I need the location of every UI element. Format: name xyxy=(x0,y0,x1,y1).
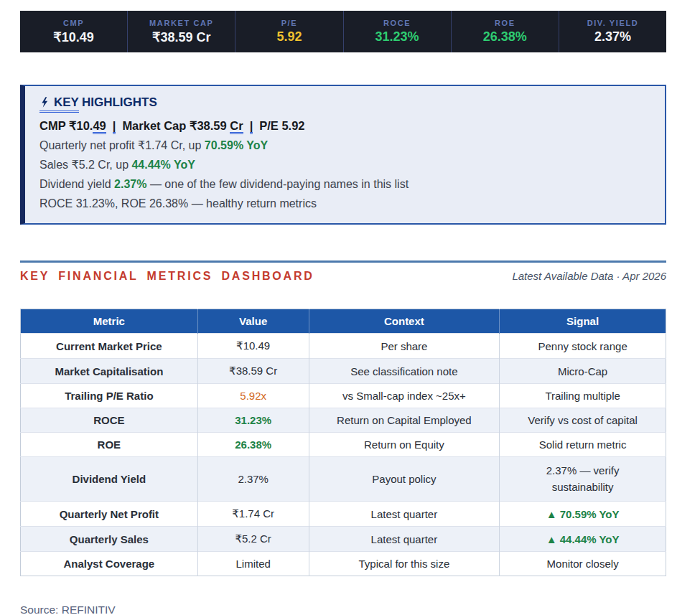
table-row: ROCE 31.23% Return on Capital Employed V… xyxy=(21,408,666,433)
cell-metric: Market Capitalisation xyxy=(21,359,198,384)
table-row: ROE 26.38% Return on Equity Solid return… xyxy=(21,433,666,457)
metric-label: CMP xyxy=(63,19,84,27)
top-metric-market-cap: MARKET CAP ₹38.59 Cr xyxy=(127,11,235,52)
cell-metric: Dividend Yield xyxy=(21,457,198,502)
section-meta: Latest Available Data · Apr 2026 xyxy=(512,270,666,282)
metric-label: ROE xyxy=(495,19,515,27)
cell-context: Return on Equity xyxy=(309,433,500,457)
report-page: CMP ₹10.49 MARKET CAP ₹38.59 Cr P/E 5.92… xyxy=(20,11,666,615)
summary-text: Market Cap ₹38.59 xyxy=(122,119,230,132)
column-header-metric: Metric xyxy=(21,309,198,334)
summary-text: P/E 5.92 xyxy=(259,119,304,132)
table-row: Analyst Coverage Limited Typical for thi… xyxy=(21,552,666,576)
column-header-signal: Signal xyxy=(500,309,666,334)
metric-label: P/E xyxy=(281,19,298,27)
cell-context: Return on Capital Employed xyxy=(309,408,500,433)
highlight-line: Quarterly net profit ₹1.74 Cr, up 70.59%… xyxy=(39,136,650,155)
cell-signal: ▲ 70.59% YoY xyxy=(546,508,620,520)
top-metric-div-yield: DIV. YIELD 2.37% xyxy=(559,11,666,52)
highlight-green-value: 70.59% YoY xyxy=(205,139,268,151)
cell-signal: ▲ 44.44% YoY xyxy=(546,533,620,545)
cell-signal: Trailing multiple xyxy=(545,390,620,402)
highlight-line: ROCE 31.23%, ROE 26.38% — healthy return… xyxy=(39,194,650,213)
title-rest: HIGHLIGHTS xyxy=(82,95,157,109)
cell-value: 26.38% xyxy=(235,438,271,451)
cell-value: ₹1.74 Cr xyxy=(232,507,274,520)
metric-value: 2.37% xyxy=(594,29,631,44)
summary-text: CMP ₹10. xyxy=(39,119,93,132)
pipe-separator: | xyxy=(113,119,116,134)
table-row: Trailing P/E Ratio 5.92x vs Small-cap in… xyxy=(21,384,666,408)
table-row: Quarterly Sales ₹5.2 Cr Latest quarter ▲… xyxy=(21,527,666,552)
cell-context: vs Small-cap index ~25x+ xyxy=(309,384,500,408)
dashboard-section-header: KEY FINANCIAL METRICS DASHBOARD Latest A… xyxy=(20,260,666,283)
cell-value: Limited xyxy=(235,558,270,570)
highlight-line: Dividend yield 2.37% — one of the few di… xyxy=(39,174,650,194)
cell-metric: Quarterly Sales xyxy=(21,527,198,552)
title-underlined-part: KEY xyxy=(39,95,79,113)
table-row: Current Market Price ₹10.49 Per share Pe… xyxy=(21,334,666,359)
cell-context: Latest quarter xyxy=(309,502,500,527)
cell-value: 5.92x xyxy=(240,390,266,402)
top-metric-cmp: CMP ₹10.49 xyxy=(20,11,127,52)
cell-signal: Verify vs cost of capital xyxy=(528,414,638,426)
cell-context: See classification note xyxy=(309,359,500,384)
cell-context: Latest quarter xyxy=(309,527,500,552)
highlight-green-value: 44.44% YoY xyxy=(131,159,195,171)
summary-underlined: Cr xyxy=(230,119,243,134)
title-key-word: KEY xyxy=(54,95,79,109)
cell-context: Payout policy xyxy=(309,457,500,502)
metric-label: MARKET CAP xyxy=(149,19,213,27)
cell-context: Per share xyxy=(309,334,500,359)
metrics-table: Metric Value Context Signal Current Mark… xyxy=(20,309,666,576)
top-metrics-bar: CMP ₹10.49 MARKET CAP ₹38.59 Cr P/E 5.92… xyxy=(20,11,666,52)
column-header-context: Context xyxy=(309,309,500,334)
cell-metric: ROCE xyxy=(21,408,198,433)
highlight-line: Sales ₹5.2 Cr, up 44.44% YoY xyxy=(39,155,650,174)
cell-context: Typical for this size xyxy=(309,552,500,576)
cell-metric: Analyst Coverage xyxy=(21,552,198,576)
metric-value: 5.92 xyxy=(276,29,302,44)
cell-value: 31.23% xyxy=(235,414,271,426)
cell-signal: Penny stock range xyxy=(538,340,627,352)
top-metric-roce: ROCE 31.23% xyxy=(343,11,451,52)
cell-value: ₹5.2 Cr xyxy=(235,532,271,545)
top-metric-pe: P/E 5.92 xyxy=(235,11,342,52)
lightning-icon xyxy=(41,97,49,111)
cell-value: ₹38.59 Cr xyxy=(229,365,277,377)
highlight-green-value: 2.37% xyxy=(114,178,146,190)
table-row: Market Capitalisation ₹38.59 Cr See clas… xyxy=(21,359,666,384)
highlight-summary-line: CMP ₹10.49|Market Cap ₹38.59 Cr|P/E 5.92 xyxy=(39,116,650,136)
key-highlights-title: KEYHIGHLIGHTS xyxy=(39,95,650,111)
table-row: Dividend Yield 2.37% Payout policy 2.37%… xyxy=(21,457,666,502)
cell-signal: 2.37% — verify sustainability xyxy=(526,463,640,495)
key-highlights-box: KEYHIGHLIGHTS CMP ₹10.49|Market Cap ₹38.… xyxy=(20,85,666,225)
cell-metric: Current Market Price xyxy=(21,334,198,359)
metric-value: 31.23% xyxy=(375,29,419,44)
top-metric-roe: ROE 26.38% xyxy=(451,11,559,52)
cell-metric: Quarterly Net Profit xyxy=(21,502,198,527)
summary-underlined: 49 xyxy=(93,119,106,134)
metric-label: DIV. YIELD xyxy=(587,19,639,27)
cell-metric: ROE xyxy=(21,433,198,457)
table-header: Metric Value Context Signal xyxy=(21,309,666,334)
source-attribution: Source: REFINITIV xyxy=(20,604,666,615)
table-row: Quarterly Net Profit ₹1.74 Cr Latest qua… xyxy=(21,502,666,527)
cell-value: ₹10.49 xyxy=(236,339,270,352)
metric-value: ₹38.59 Cr xyxy=(152,29,211,45)
metric-value: ₹10.49 xyxy=(53,29,94,45)
metric-value: 26.38% xyxy=(483,29,527,44)
cell-metric: Trailing P/E Ratio xyxy=(21,384,198,408)
column-header-value: Value xyxy=(197,309,309,334)
cell-signal: Solid return metric xyxy=(539,438,627,451)
metric-label: ROCE xyxy=(383,19,411,27)
cell-value: 2.37% xyxy=(238,473,269,485)
pipe-separator: | xyxy=(250,119,253,134)
cell-signal: Micro-Cap xyxy=(558,365,607,377)
cell-signal: Monitor closely xyxy=(547,558,619,570)
section-title: KEY FINANCIAL METRICS DASHBOARD xyxy=(20,270,314,283)
